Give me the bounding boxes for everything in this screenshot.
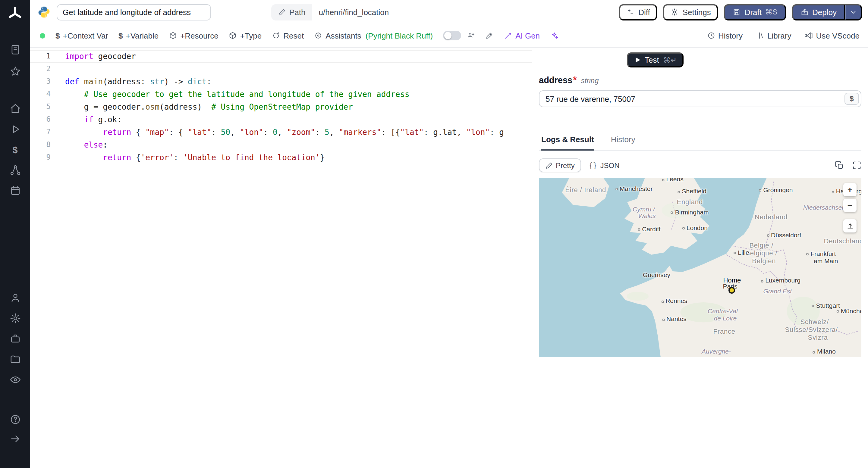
add-type-button[interactable]: +Type: [229, 31, 262, 40]
code-line[interactable]: 5 g = geocoder.osm(address) # Using Open…: [30, 101, 532, 113]
argument-label: address* string: [539, 75, 861, 86]
code-line[interactable]: 3def main(address: str) -> dict:: [30, 75, 532, 88]
ai-gen-button[interactable]: AI Gen: [504, 31, 540, 40]
script-path[interactable]: Path u/henri/find_location: [271, 4, 396, 20]
pretty-view-button[interactable]: Pretty: [539, 158, 581, 172]
save-icon: [733, 8, 741, 16]
folders-icon[interactable]: [9, 353, 21, 365]
expand-icon[interactable]: [852, 161, 861, 170]
result-tabs: Logs & Result History: [539, 135, 861, 151]
path-label: Path: [289, 7, 306, 16]
history-clock-icon: [707, 31, 715, 40]
left-sidebar: $: [0, 0, 30, 468]
line-number: 3: [30, 75, 51, 88]
deploy-dropdown-button[interactable]: [845, 4, 862, 20]
workers-briefcase-icon[interactable]: [9, 332, 21, 344]
field-name: address: [539, 75, 572, 85]
pencil-icon: [278, 8, 286, 16]
runs-play-icon[interactable]: [9, 123, 21, 135]
runs-icon[interactable]: [9, 43, 21, 56]
code-lines: 1import geocoder23def main(address: str)…: [30, 50, 532, 164]
multiplayer-users-icon[interactable]: [467, 31, 475, 40]
code-editor[interactable]: 1import geocoder23def main(address: str)…: [30, 47, 532, 468]
field-type: string: [581, 76, 599, 85]
add-resource-button[interactable]: +Resource: [169, 31, 218, 40]
line-number: 5: [30, 101, 51, 113]
zoom-in-button[interactable]: +: [843, 183, 857, 196]
line-number: 8: [30, 138, 51, 151]
dollar-icon: $: [119, 31, 123, 40]
address-input[interactable]: [539, 90, 861, 107]
favorites-star-icon[interactable]: [9, 65, 21, 77]
variables-icon[interactable]: $: [9, 143, 21, 156]
tab-logs-result[interactable]: Logs & Result: [541, 135, 594, 151]
zoom-out-button[interactable]: −: [843, 199, 857, 212]
schedules-calendar-icon[interactable]: [9, 184, 21, 196]
test-button[interactable]: Test ⌘↵: [627, 53, 684, 67]
settings-gear-icon[interactable]: [9, 312, 21, 324]
play-icon: [634, 57, 641, 63]
assistant-icon: [314, 31, 322, 40]
assistants-button[interactable]: Assistants: [314, 31, 361, 40]
test-shortcut: ⌘↵: [663, 56, 677, 64]
dollar-icon: $: [56, 31, 60, 40]
chevron-down-icon: [849, 8, 857, 16]
map-home-marker: [729, 287, 735, 293]
settings-button[interactable]: Settings: [663, 4, 718, 20]
map-base-layer: [539, 178, 861, 357]
python-language-icon: [37, 5, 51, 19]
draft-shortcut: ⌘S: [765, 8, 777, 16]
required-asterisk: *: [573, 75, 577, 86]
multiplayer-toggle[interactable]: [443, 31, 461, 40]
home-icon[interactable]: [9, 102, 21, 114]
copy-icon[interactable]: [835, 161, 844, 170]
assistants-status: (Pyright Black Ruff): [366, 31, 433, 40]
status-dot: [40, 33, 45, 38]
map-marker-label: Home: [723, 276, 741, 284]
library-button[interactable]: Library: [756, 31, 792, 40]
pen-icon: [546, 162, 553, 169]
code-line[interactable]: 8 else:: [30, 138, 532, 151]
code-line[interactable]: 9 return {'error': 'Unable to find the l…: [30, 151, 532, 164]
draft-button[interactable]: Draft ⌘S: [724, 4, 786, 20]
recenter-button[interactable]: [843, 219, 857, 233]
format-brush-icon: [485, 31, 494, 40]
code-line[interactable]: 1import geocoder: [30, 50, 532, 63]
audit-logs-eye-icon[interactable]: [9, 373, 21, 386]
editor-toolbar: $ +Context Var $ +Variable +Resource +Ty…: [30, 24, 868, 47]
history-button[interactable]: History: [707, 31, 743, 40]
help-icon[interactable]: [9, 413, 21, 425]
reset-button[interactable]: Reset: [272, 31, 304, 40]
vscode-icon: [804, 31, 813, 40]
result-map[interactable]: LeedsManchesterSheffieldGroningenHamburg…: [539, 178, 861, 357]
ai-sparkles-icon[interactable]: [550, 31, 558, 40]
map-controls: + −: [843, 183, 857, 233]
hub-icon[interactable]: [9, 164, 21, 176]
code-line[interactable]: 4 # Use geocoder to get the latitude and…: [30, 88, 532, 101]
reset-icon: [272, 31, 280, 40]
deploy-button[interactable]: Deploy: [792, 4, 845, 20]
add-variable-button[interactable]: $ +Variable: [119, 31, 158, 40]
wand-icon: [504, 31, 513, 40]
package-icon: [229, 31, 237, 40]
insert-variable-button[interactable]: $: [844, 93, 859, 105]
json-view-button[interactable]: {} JSON: [589, 161, 620, 170]
line-number: 6: [30, 113, 51, 126]
recenter-arrow-icon: [846, 222, 854, 230]
format-code-button[interactable]: [485, 31, 494, 40]
code-line[interactable]: 7 return { "map": { "lat": 50, "lon": 0,…: [30, 126, 532, 138]
argument-input-row: $: [539, 90, 861, 107]
code-line[interactable]: 2: [30, 63, 532, 75]
tab-history[interactable]: History: [611, 135, 635, 150]
script-summary-input[interactable]: [57, 4, 211, 20]
topbar: Path u/henri/find_location Diff Settings…: [30, 0, 868, 24]
braces-icon: {}: [589, 161, 597, 170]
diff-button[interactable]: Diff: [619, 4, 657, 20]
line-number: 2: [30, 63, 51, 75]
collapse-sidebar-arrow-icon[interactable]: [9, 432, 21, 444]
add-context-var-button[interactable]: $ +Context Var: [56, 31, 108, 40]
use-vscode-button[interactable]: Use VScode: [804, 31, 860, 40]
users-icon[interactable]: [9, 292, 21, 304]
windmill-logo-icon[interactable]: [7, 6, 23, 22]
code-line[interactable]: 6 if g.ok:: [30, 113, 532, 126]
